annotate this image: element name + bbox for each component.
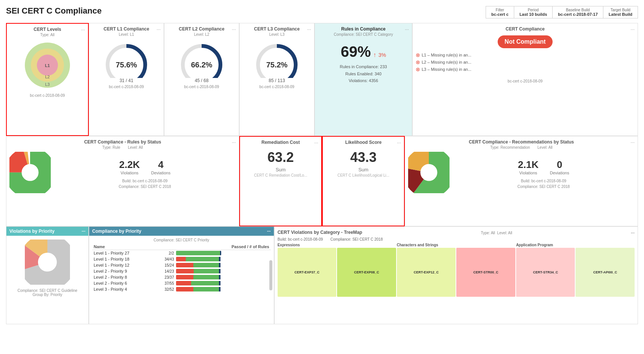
likelihood-menu[interactable]: ··· <box>397 140 401 145</box>
dark-bar <box>219 263 220 267</box>
cert-levels-title: CERT Levels <box>10 27 85 32</box>
target-item[interactable]: Target Build Latest Build <box>603 6 638 18</box>
svg-text:L2: L2 <box>45 75 50 79</box>
rules-compliance-widget: Rules in Compliance Compliance: SEI CERT… <box>314 23 412 136</box>
svg-text:75.2%: 75.2% <box>266 61 288 69</box>
violations-priority-widget: Violations by Priority ··· Compliance: S… <box>6 226 89 324</box>
table-row: Level 1 - Priority 18 34/43 <box>92 256 271 262</box>
scroll-indicator[interactable] <box>269 260 272 290</box>
cert-l1-widget: CERT L1 Compliance Level: L1 ··· 75.6% 3… <box>89 23 164 136</box>
recs-deviations-label: Deviations <box>550 171 569 175</box>
cert-compliance-menu[interactable]: ··· <box>630 26 635 32</box>
cert-l2-subtitle: Level: L2 <box>167 32 236 37</box>
violations-priority-subtitle: Compliance: SEI CERT C Guideline Group B… <box>9 288 85 297</box>
rules-compliance-percent: 69% <box>341 43 371 60</box>
recs-violations-block: 2.1K Violations <box>518 159 539 175</box>
cert-l1-menu[interactable]: ··· <box>156 26 161 32</box>
treemap-cell[interactable]: CERT-EXP37_C <box>278 248 337 297</box>
priority-name: Level 3 - Priority 4 <box>92 286 160 292</box>
recs-stats-row: 2.1K Violations 0 Deviations <box>453 159 635 175</box>
priority-bar <box>176 263 221 267</box>
rules-by-status-pie <box>9 152 51 193</box>
rules-by-status-menu[interactable]: ··· <box>232 139 236 145</box>
recommendations-menu[interactable]: ··· <box>630 139 635 145</box>
rules-enabled-stat: Rules Enabled: 340 <box>318 70 409 78</box>
violations-priority-group: Group By: Priority <box>9 293 85 297</box>
rules-compliance-title: Rules in Compliance <box>318 26 409 32</box>
table-row: Level 1 - Priority 27 2/2 <box>92 250 271 256</box>
treemap-cell[interactable]: CERT-EXP12_C <box>397 248 456 297</box>
priority-name: Level 1 - Priority 12 <box>92 262 160 268</box>
rules-compliance-menu[interactable]: ··· <box>405 26 409 32</box>
compliance-priority-widget: Compliance by Priority ··· Compliance: S… <box>89 226 274 324</box>
violations-priority-chart <box>9 240 85 285</box>
treemap-type: Type: All <box>481 231 495 235</box>
cert-l2-title: CERT L2 Compliance <box>167 26 236 32</box>
cert-l1-date: bc-cert c-2018-08-09 <box>109 85 144 89</box>
priority-bar <box>176 269 221 273</box>
treemap-type-level: Type: All Level: All <box>481 231 512 235</box>
treemap-cat-chars: Characters and Strings <box>397 243 515 247</box>
likelihood-sublabel: CERT C Likelihood/Logical Li... <box>326 173 401 177</box>
cert-compliance-date: bc-cert c-2018-08-09 <box>416 79 635 83</box>
cert-l3-gauge: 75.2% 85 / 113 bc-cert c-2018-08-09 <box>243 39 311 90</box>
table-row: Level 3 - Priority 4 32/52 <box>92 286 271 292</box>
cert-compliance-item-l3: ⊗ L3 – Missing rule(s) in an... <box>416 66 635 72</box>
rules-by-status-widget: CERT Compliance - Rules by Status Type: … <box>6 136 239 226</box>
rules-compliance-subtitle: Compliance: SEI CERT C Category <box>318 32 409 37</box>
compliance-priority-subtitle: Compliance: SEI CERT C Priority <box>92 238 271 242</box>
treemap-cell[interactable]: CERT-STR00_C <box>456 248 515 297</box>
treemap-level: Level: All <box>497 231 512 235</box>
fail-bar <box>176 263 193 267</box>
treemap-cell[interactable]: CERT-EXP08_C <box>337 248 396 297</box>
cert-l3-menu[interactable]: ··· <box>307 26 311 32</box>
recs-compliance-info: Compliance: SEI CERT C 2018 <box>453 184 635 189</box>
recs-build-info: Build: bc-cert c-2018-08-09 Compliance: … <box>453 178 635 189</box>
cert-l2-gauge-svg: 66.2% <box>177 40 226 78</box>
rules-by-status-stats: 2.2K Violations 4 Deviations Build: bc-c… <box>54 156 236 189</box>
filter-item[interactable]: Filter bc-cert c <box>486 6 514 18</box>
cert-compliance-title: CERT Compliance <box>416 26 635 32</box>
treemap-cell[interactable]: CERT-STR34_C <box>516 248 575 297</box>
cert-l3-fraction: 85 / 113 <box>269 78 285 83</box>
cert-levels-subtitle: Type: All <box>10 33 85 37</box>
treemap-compliance: Compliance: SEI CERT C 2018 <box>330 237 383 241</box>
col-passed: Passed / # of Rules <box>160 244 270 250</box>
period-item[interactable]: Period Last 10 builds <box>514 6 553 18</box>
priority-bar-cell: 15/24 <box>160 262 270 268</box>
priority-name: Level 2 - Priority 8 <box>92 274 160 280</box>
treemap-menu[interactable]: ··· <box>631 230 635 235</box>
likelihood-title: Likelihood Score <box>326 140 401 145</box>
pass-bar <box>194 269 219 273</box>
dark-bar <box>219 257 220 261</box>
priority-name: Level 2 - Priority 6 <box>92 280 160 286</box>
recs-violations-label: Violations <box>518 171 539 175</box>
compliance-priority-menu[interactable]: ··· <box>267 229 271 234</box>
rules-by-status-level: Level: All <box>128 145 143 150</box>
svg-text:L1: L1 <box>45 63 50 68</box>
baseline-item[interactable]: Baseline Build bc-cert c-2018-07-17 <box>553 6 603 18</box>
rules-by-status-chart: 2.2K Violations 4 Deviations Build: bc-c… <box>9 152 236 193</box>
pass-bar <box>193 275 219 279</box>
cert-l3-title: CERT L3 Compliance <box>243 26 311 32</box>
violations-priority-menu[interactable]: ··· <box>82 229 85 234</box>
treemap-cell[interactable]: CERT-API00_C <box>576 248 635 297</box>
pass-bar <box>176 251 220 255</box>
fail-bar <box>176 275 193 279</box>
priority-name: Level 1 - Priority 18 <box>92 256 160 262</box>
violations-stat: Violations: 4356 <box>318 77 409 84</box>
deviations-label: Deviations <box>151 171 170 175</box>
remediation-menu[interactable]: ··· <box>314 140 318 145</box>
cert-l3-date: bc-cert c-2018-08-09 <box>260 85 295 89</box>
trend-icon: ↑ <box>373 52 376 58</box>
rules-build: Build: bc-cert c-2018-08-09 <box>54 178 236 184</box>
cert-l2-menu[interactable]: ··· <box>232 26 236 32</box>
not-compliant-badge: Not Compliant <box>498 35 552 48</box>
remediation-title: Remediation Cost <box>243 140 318 145</box>
cert-levels-menu[interactable]: ··· <box>81 27 85 32</box>
cert-l2-fraction: 45 / 68 <box>195 78 209 83</box>
rules-by-status-title: CERT Compliance - Rules by Status <box>9 139 236 145</box>
priority-bar <box>176 257 221 261</box>
violations-count: 2.2K <box>119 159 140 171</box>
cert-l2-widget: CERT L2 Compliance Level: L2 ··· 66.2% 4… <box>164 23 239 136</box>
